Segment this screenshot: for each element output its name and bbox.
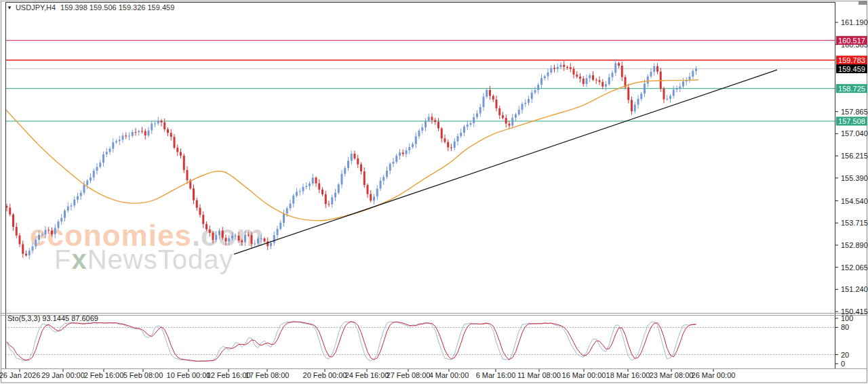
ascending-trendline[interactable] bbox=[234, 70, 777, 254]
price-badge-resistance: 159.783 bbox=[836, 56, 867, 64]
sto-scale-label: 100 bbox=[841, 314, 853, 322]
time-tick-label: 24 Feb 16:00 bbox=[345, 371, 389, 379]
indicator-label: Sto(5,3,3) 93.1445 87.6069 bbox=[7, 314, 98, 322]
horizontal-lines-layer bbox=[5, 41, 835, 121]
symbol-title-overlay: ▼USDJPY,H4159.398 159.506 159.326 159.45… bbox=[7, 3, 174, 12]
time-tick-label: 20 Feb 00:00 bbox=[303, 371, 347, 379]
candles-layer bbox=[6, 59, 698, 259]
price-tick-label: 155.390 bbox=[841, 174, 868, 182]
price-badge-support: 157.508 bbox=[836, 116, 867, 125]
time-tick-label: 4 Mar 00:00 bbox=[429, 371, 469, 379]
price-badge-label: 157.508 bbox=[838, 117, 865, 125]
time-tick-label: 26 Mar 00:00 bbox=[692, 371, 736, 379]
sto-signal-line[interactable] bbox=[7, 322, 696, 361]
time-tick-label: 27 Feb 08:00 bbox=[387, 371, 431, 379]
sto-scale-label: 0 bbox=[841, 360, 845, 368]
time-tick-label: 18 Mar 16:00 bbox=[606, 371, 650, 379]
price-tick-label: 151.240 bbox=[841, 285, 868, 293]
price-badge-label: 158.725 bbox=[838, 85, 865, 93]
time-tick-label: 6 Mar 16:00 bbox=[476, 371, 516, 379]
price-badge-support: 158.725 bbox=[836, 84, 867, 93]
trendline-layer bbox=[234, 70, 777, 254]
chart-window: economies.com FxNewsToday 161.190160.365… bbox=[0, 0, 868, 384]
symbol-label: USDJPY,H4 bbox=[16, 3, 56, 12]
quote-ohlc: 159.398 159.506 159.326 159.459 bbox=[60, 3, 174, 12]
price-chart-canvas[interactable]: 161.190160.365157.865157.040156.215155.3… bbox=[0, 0, 868, 384]
price-tick-label: 156.215 bbox=[841, 152, 868, 160]
price-tick-label: 152.065 bbox=[841, 263, 868, 272]
price-tick-label: 161.190 bbox=[841, 18, 868, 26]
time-tick-label: 11 Mar 08:00 bbox=[517, 371, 561, 379]
price-badge-label: 159.783 bbox=[838, 56, 865, 64]
time-tick-label: 16 Mar 00:00 bbox=[562, 371, 606, 379]
price-tick-label: 153.715 bbox=[841, 219, 868, 227]
window-corner-mark bbox=[859, 1, 867, 5]
sto-scale-label: 80 bbox=[841, 323, 849, 331]
time-tick-label: 12 Feb 16:00 bbox=[207, 371, 251, 379]
price-tick-label: 152.890 bbox=[841, 241, 868, 249]
time-tick-label: 5 Feb 08:00 bbox=[123, 371, 163, 379]
price-tick-label: 157.040 bbox=[841, 129, 868, 137]
price-tick-label: 154.540 bbox=[841, 197, 868, 205]
time-tick-label: 2 Feb 16:00 bbox=[84, 371, 124, 379]
price-tick-label: 157.865 bbox=[841, 108, 868, 116]
symbol-dropdown-icon[interactable]: ▼ bbox=[7, 5, 12, 11]
sto-main-line[interactable] bbox=[7, 321, 696, 361]
price-badge-label: 159.459 bbox=[838, 65, 865, 73]
time-tick-label: 10 Feb 00:00 bbox=[167, 371, 211, 379]
price-badge-label: 160.517 bbox=[838, 37, 865, 45]
price-badge-current-price: 159.459 bbox=[836, 64, 867, 73]
time-tick-label: 17 Feb 08:00 bbox=[245, 371, 290, 379]
price-badge-resistance: 160.517 bbox=[836, 36, 867, 45]
stochastic-layer bbox=[5, 321, 835, 361]
time-tick-label: 29 Jan 00:00 bbox=[41, 371, 85, 379]
time-tick-label: 26 Jan 2026 bbox=[0, 371, 40, 379]
sto-scale-label: 20 bbox=[841, 351, 849, 359]
time-tick-label: 23 Mar 08:00 bbox=[650, 371, 694, 379]
